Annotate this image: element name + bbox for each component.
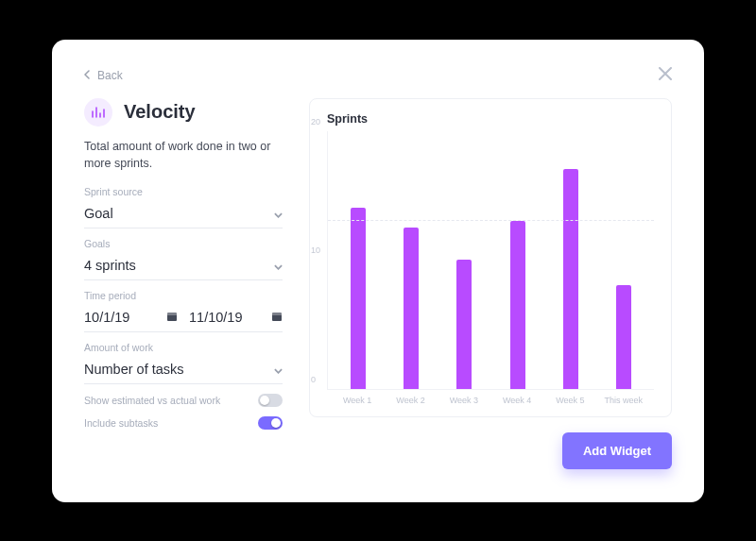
include-subtasks-label: Include subtasks	[84, 417, 158, 429]
goals-value: 4 sprints	[84, 258, 136, 273]
chart-bar	[456, 260, 472, 389]
chart-x-label: Week 3	[438, 396, 490, 405]
chevron-down-icon	[274, 361, 283, 378]
show-estimated-toggle[interactable]	[258, 394, 283, 407]
show-estimated-label: Show estimated vs actual work	[84, 395, 220, 406]
calendar-icon	[166, 309, 178, 326]
sprint-source-label: Sprint source	[84, 186, 283, 197]
config-sidebar: Velocity Total amount of work done in tw…	[84, 98, 283, 469]
include-subtasks-toggle[interactable]	[258, 416, 283, 430]
amount-of-work-label: Amount of work	[84, 342, 283, 353]
time-period-picker[interactable]: 10/1/19 11/10/19	[84, 305, 283, 332]
chart-bar	[510, 221, 525, 388]
add-widget-button[interactable]: Add Widget	[562, 432, 672, 469]
sprint-source-select[interactable]: Goal	[84, 201, 283, 228]
goals-label: Goals	[84, 238, 283, 249]
page-title: Velocity	[124, 101, 196, 123]
chevron-left-icon	[84, 69, 90, 82]
chart-title: Sprints	[327, 112, 654, 126]
chevron-down-icon	[274, 257, 283, 274]
chart-x-label: This week	[597, 396, 650, 405]
back-label: Back	[97, 69, 123, 82]
chart-x-label: Week 5	[543, 396, 596, 405]
topbar: Back	[84, 66, 672, 85]
amount-of-work-value: Number of tasks	[84, 362, 184, 377]
chevron-down-icon	[274, 205, 283, 222]
chart-plot-area: 01020	[327, 131, 654, 390]
chart-bar	[351, 208, 366, 388]
date-from: 10/1/19	[84, 310, 155, 325]
chart-bar	[404, 228, 419, 389]
calendar-icon	[271, 309, 283, 326]
chart-y-tick: 20	[311, 117, 320, 127]
chart-x-labels: Week 1Week 2Week 3Week 4Week 5This week	[327, 390, 654, 405]
back-button[interactable]: Back	[84, 69, 123, 82]
date-to: 11/10/19	[189, 310, 260, 325]
svg-rect-3	[272, 313, 282, 315]
velocity-icon	[84, 98, 112, 127]
chart-x-label: Week 2	[384, 396, 437, 405]
close-button[interactable]	[659, 67, 672, 84]
goals-select[interactable]: 4 sprints	[84, 253, 283, 280]
sprint-source-value: Goal	[84, 206, 113, 221]
amount-of-work-select[interactable]: Number of tasks	[84, 357, 283, 384]
svg-rect-1	[167, 313, 177, 315]
chart-x-label: Week 1	[331, 396, 384, 405]
chart-y-tick: 0	[311, 375, 316, 384]
time-period-label: Time period	[84, 290, 283, 301]
chart-bar	[563, 169, 578, 388]
widget-config-modal: Back Velocity Total amount of work done …	[52, 40, 704, 502]
chart-reference-line	[328, 220, 654, 221]
chart-panel: Sprints 01020 Week 1Week 2Week 3Week 4We…	[309, 98, 672, 469]
chart-bar	[616, 285, 631, 388]
chart-y-tick: 10	[311, 245, 320, 255]
chart-x-label: Week 4	[490, 396, 543, 405]
page-description: Total amount of work done in two or more…	[84, 138, 283, 174]
